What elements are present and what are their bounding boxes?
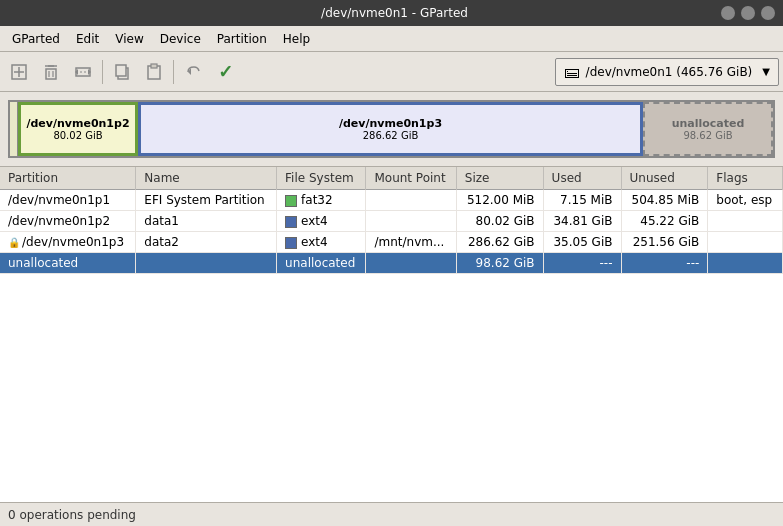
svg-rect-13 — [116, 65, 126, 76]
cell-unused: 251.56 GiB — [621, 232, 708, 253]
resize-button[interactable] — [68, 57, 98, 87]
cell-partition: 🔒/dev/nvme0n1p3 — [0, 232, 136, 253]
disk-unalloc-size: 98.62 GiB — [683, 130, 732, 141]
cell-flags — [708, 211, 783, 232]
partitions-table: Partition Name File System Mount Point S… — [0, 167, 783, 274]
status-text: 0 operations pending — [8, 508, 136, 522]
undo-button[interactable] — [178, 57, 208, 87]
titlebar-controls — [721, 6, 775, 20]
cell-flags — [708, 253, 783, 274]
cell-name — [136, 253, 277, 274]
disk-partition-p2[interactable]: /dev/nvme0n1p2 80.02 GiB — [18, 102, 138, 156]
col-header-filesystem: File System — [277, 167, 366, 190]
menu-partition[interactable]: Partition — [209, 30, 275, 48]
cell-filesystem: fat32 — [277, 190, 366, 211]
hdd-icon: 🖴 — [564, 62, 580, 81]
table-row[interactable]: /dev/nvme0n1p1EFI System Partitionfat325… — [0, 190, 783, 211]
menu-view[interactable]: View — [107, 30, 151, 48]
paste-button[interactable] — [139, 57, 169, 87]
toolbar: ✓ 🖴 /dev/nvme0n1 (465.76 GiB) ▼ — [0, 52, 783, 92]
copy-button[interactable] — [107, 57, 137, 87]
cell-flags — [708, 232, 783, 253]
statusbar: 0 operations pending — [0, 502, 783, 526]
table-row[interactable]: /dev/nvme0n1p2data1ext480.02 GiB34.81 Gi… — [0, 211, 783, 232]
disk-bar: /dev/nvme0n1p2 80.02 GiB /dev/nvme0n1p3 … — [8, 100, 775, 158]
col-header-used: Used — [543, 167, 621, 190]
col-header-partition: Partition — [0, 167, 136, 190]
svg-rect-3 — [46, 69, 56, 79]
titlebar-title: /dev/nvme0n1 - GParted — [321, 6, 468, 20]
cell-size: 98.62 GiB — [456, 253, 543, 274]
device-selector[interactable]: 🖴 /dev/nvme0n1 (465.76 GiB) ▼ — [555, 58, 779, 86]
cell-mountpoint — [366, 211, 456, 232]
dropdown-arrow-icon: ▼ — [762, 66, 770, 77]
cell-used: --- — [543, 253, 621, 274]
cell-used: 35.05 GiB — [543, 232, 621, 253]
table-body: /dev/nvme0n1p1EFI System Partitionfat325… — [0, 190, 783, 274]
menu-device[interactable]: Device — [152, 30, 209, 48]
cell-mountpoint — [366, 190, 456, 211]
cell-name: data1 — [136, 211, 277, 232]
cell-mountpoint — [366, 253, 456, 274]
menu-gparted[interactable]: GParted — [4, 30, 68, 48]
titlebar: /dev/nvme0n1 - GParted — [0, 0, 783, 26]
fs-color-icon — [285, 237, 297, 249]
minimize-button[interactable] — [721, 6, 735, 20]
col-header-unused: Unused — [621, 167, 708, 190]
disk-p2-size: 80.02 GiB — [53, 130, 102, 141]
col-header-size: Size — [456, 167, 543, 190]
close-button[interactable] — [761, 6, 775, 20]
col-header-flags: Flags — [708, 167, 783, 190]
cell-size: 80.02 GiB — [456, 211, 543, 232]
cell-filesystem: unallocated — [277, 253, 366, 274]
table-row[interactable]: unallocatedunallocated98.62 GiB------ — [0, 253, 783, 274]
fs-color-icon — [285, 195, 297, 207]
cell-unused: 504.85 MiB — [621, 190, 708, 211]
disk-unalloc-name: unallocated — [672, 117, 745, 130]
cell-flags: boot, esp — [708, 190, 783, 211]
cell-unused: --- — [621, 253, 708, 274]
cell-size: 512.00 MiB — [456, 190, 543, 211]
cell-filesystem: ext4 — [277, 232, 366, 253]
disk-partition-p3[interactable]: /dev/nvme0n1p3 286.62 GiB — [138, 102, 643, 156]
device-label: /dev/nvme0n1 (465.76 GiB) — [586, 65, 753, 79]
table-header-row: Partition Name File System Mount Point S… — [0, 167, 783, 190]
maximize-button[interactable] — [741, 6, 755, 20]
cell-unused: 45.22 GiB — [621, 211, 708, 232]
cell-partition: /dev/nvme0n1p1 — [0, 190, 136, 211]
svg-rect-8 — [76, 68, 90, 76]
cell-used: 34.81 GiB — [543, 211, 621, 232]
apply-button[interactable]: ✓ — [210, 57, 240, 87]
menubar: GParted Edit View Device Partition Help — [0, 26, 783, 52]
menu-edit[interactable]: Edit — [68, 30, 107, 48]
partition-table: Partition Name File System Mount Point S… — [0, 167, 783, 502]
table-row[interactable]: 🔒/dev/nvme0n1p3data2ext4/mnt/nvm...286.6… — [0, 232, 783, 253]
disk-p3-name: /dev/nvme0n1p3 — [339, 117, 442, 130]
cell-partition: unallocated — [0, 253, 136, 274]
svg-rect-15 — [151, 64, 157, 68]
toolbar-separator-1 — [102, 60, 103, 84]
disk-p3-size: 286.62 GiB — [363, 130, 419, 141]
disk-partition-efi[interactable] — [10, 102, 18, 156]
toolbar-separator-2 — [173, 60, 174, 84]
new-partition-button[interactable] — [4, 57, 34, 87]
fs-color-icon — [285, 216, 297, 228]
col-header-name: Name — [136, 167, 277, 190]
cell-filesystem: ext4 — [277, 211, 366, 232]
cell-mountpoint: /mnt/nvm... — [366, 232, 456, 253]
col-header-mountpoint: Mount Point — [366, 167, 456, 190]
cell-name: data2 — [136, 232, 277, 253]
lock-icon: 🔒 — [8, 237, 20, 248]
cell-name: EFI System Partition — [136, 190, 277, 211]
cell-partition: /dev/nvme0n1p2 — [0, 211, 136, 232]
cell-size: 286.62 GiB — [456, 232, 543, 253]
disk-partition-unallocated[interactable]: unallocated 98.62 GiB — [643, 102, 773, 156]
disk-visual: /dev/nvme0n1p2 80.02 GiB /dev/nvme0n1p3 … — [0, 92, 783, 167]
delete-partition-button[interactable] — [36, 57, 66, 87]
cell-used: 7.15 MiB — [543, 190, 621, 211]
menu-help[interactable]: Help — [275, 30, 318, 48]
disk-p2-name: /dev/nvme0n1p2 — [26, 117, 129, 130]
